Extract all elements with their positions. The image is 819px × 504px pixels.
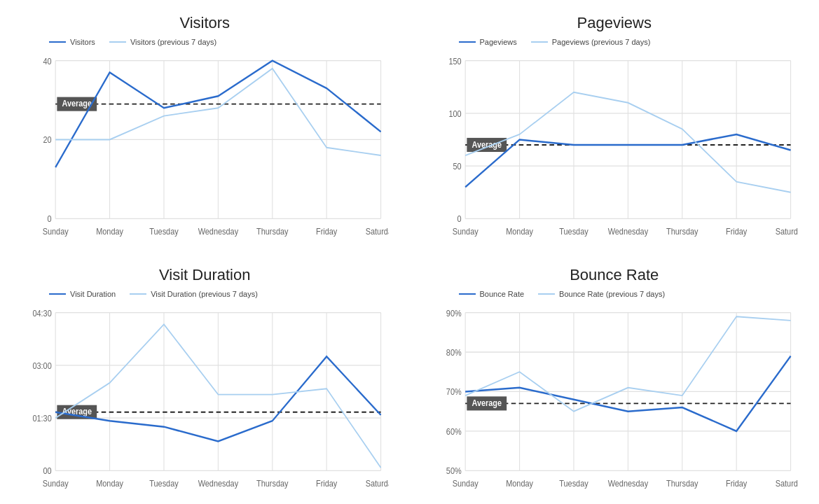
chart-pageviews: PageviewsPageviewsPageviews (previous 7 …: [410, 0, 820, 252]
y-axis-label: 0: [457, 214, 462, 224]
x-axis-label: Friday: [316, 226, 337, 236]
x-axis-label: Tuesday: [149, 226, 179, 236]
legend-label: Visitors: [70, 38, 95, 46]
chart-title-pageviews: Pageviews: [577, 14, 652, 32]
chart-title-visitors: Visitors: [179, 14, 230, 32]
legend-item: Visitors (previous 7 days): [109, 38, 216, 46]
y-axis-label: 01:30: [32, 413, 52, 423]
y-axis-label: 20: [43, 135, 53, 145]
y-axis-label: 00: [43, 466, 53, 476]
y-axis-label: 50%: [446, 466, 461, 476]
x-axis-label: Monday: [96, 226, 123, 236]
legend-item: Bounce Rate (previous 7 days): [538, 290, 665, 298]
legend-pageviews: PageviewsPageviews (previous 7 days): [459, 38, 651, 46]
legend-label: Pageviews (previous 7 days): [552, 38, 651, 46]
y-axis-label: 50: [453, 161, 462, 171]
x-axis-label: Tuesday: [559, 478, 589, 488]
x-axis-label: Friday: [316, 478, 337, 488]
x-axis-label: Saturday: [366, 478, 389, 488]
x-axis-label: Monday: [506, 478, 533, 488]
y-axis-label: 03:00: [32, 360, 52, 370]
x-axis-label: Thursday: [666, 478, 698, 488]
legend-visit-duration: Visit DurationVisit Duration (previous 7…: [49, 290, 258, 298]
legend-line-icon: [130, 293, 146, 295]
average-badge-label: Average: [472, 398, 502, 407]
y-axis-label: 90%: [446, 308, 461, 318]
y-axis-label: 04:30: [32, 308, 52, 318]
average-badge-label: Average: [62, 99, 92, 108]
y-axis-label: 150: [448, 56, 462, 66]
x-axis-label: Sunday: [452, 226, 478, 236]
legend-label: Bounce Rate (previous 7 days): [559, 290, 665, 298]
legend-line-icon: [459, 41, 476, 43]
legend-label: Pageviews: [480, 38, 517, 46]
x-axis-label: Saturday: [366, 226, 389, 236]
y-axis-label: 70%: [446, 387, 461, 397]
x-axis-label: Monday: [506, 226, 533, 236]
x-axis-label: Wednesday: [607, 226, 648, 236]
x-axis-label: Saturday: [775, 478, 798, 488]
legend-item: Pageviews: [459, 38, 517, 46]
legend-item: Visitors: [49, 38, 95, 46]
x-axis-label: Tuesday: [149, 478, 179, 488]
x-axis-label: Sunday: [452, 478, 478, 488]
legend-line-icon: [49, 293, 66, 295]
chart-title-visit-duration: Visit Duration: [159, 266, 250, 284]
x-axis-label: Thursday: [256, 226, 289, 236]
x-axis-label: Thursday: [666, 226, 698, 236]
x-axis-label: Wednesday: [607, 478, 648, 488]
y-axis-label: 100: [448, 108, 462, 118]
x-axis-label: Sunday: [43, 226, 69, 236]
x-axis-label: Sunday: [43, 478, 69, 488]
x-axis-label: Tuesday: [559, 226, 589, 236]
legend-item: Pageviews (previous 7 days): [531, 38, 651, 46]
legend-label: Visit Duration: [70, 290, 116, 298]
legend-item: Visit Duration (previous 7 days): [130, 290, 258, 298]
x-axis-label: Wednesday: [198, 478, 239, 488]
y-axis-label: 40: [43, 56, 53, 66]
svg-chart-bounce-rate: 50%60%70%80%90%SundayMondayTuesdayWednes…: [431, 304, 799, 497]
dashboard: VisitorsVisitorsVisitors (previous 7 day…: [0, 0, 819, 504]
svg-chart-visitors: 02040SundayMondayTuesdayWednesdayThursda…: [21, 52, 389, 245]
x-axis-label: Friday: [726, 478, 747, 488]
legend-label: Visitors (previous 7 days): [130, 38, 216, 46]
legend-bounce-rate: Bounce RateBounce Rate (previous 7 days): [459, 290, 666, 298]
svg-chart-pageviews: 050100150SundayMondayTuesdayWednesdayThu…: [431, 52, 799, 245]
chart-title-bounce-rate: Bounce Rate: [570, 266, 659, 284]
chart-visitors: VisitorsVisitorsVisitors (previous 7 day…: [0, 0, 410, 252]
x-axis-label: Monday: [96, 478, 123, 488]
y-axis-label: 0: [48, 214, 53, 224]
legend-line-icon: [531, 41, 548, 43]
chart-visit-duration: Visit DurationVisit DurationVisit Durati…: [0, 252, 410, 504]
x-axis-label: Thursday: [256, 478, 289, 488]
legend-visitors: VisitorsVisitors (previous 7 days): [49, 38, 216, 46]
legend-line-icon: [459, 293, 476, 295]
chart-bounce-rate: Bounce RateBounce RateBounce Rate (previ…: [410, 252, 820, 504]
legend-label: Bounce Rate: [480, 290, 525, 298]
svg-chart-visit-duration: 0001:3003:0004:30SundayMondayTuesdayWedn…: [21, 304, 389, 497]
x-axis-label: Saturday: [775, 226, 798, 236]
legend-line-icon: [109, 41, 126, 43]
legend-item: Bounce Rate: [459, 290, 525, 298]
legend-item: Visit Duration: [49, 290, 116, 298]
y-axis-label: 60%: [446, 426, 461, 436]
legend-label: Visit Duration (previous 7 days): [151, 290, 258, 298]
x-axis-label: Friday: [726, 226, 747, 236]
legend-line-icon: [49, 41, 66, 43]
y-axis-label: 80%: [446, 347, 461, 357]
legend-line-icon: [538, 293, 555, 295]
x-axis-label: Wednesday: [198, 226, 239, 236]
